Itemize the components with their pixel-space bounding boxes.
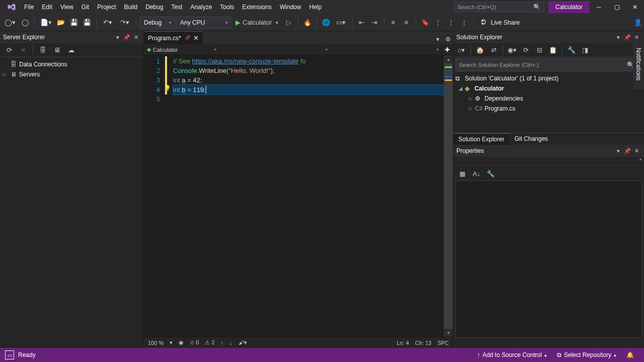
code-area[interactable]: // See https://aka.ms/new-console-templa…: [173, 55, 444, 337]
config-dropdown[interactable]: Debug: [139, 17, 175, 29]
menu-tools[interactable]: Tools: [216, 1, 238, 13]
solution-node[interactable]: ⧉ Solution 'Calculator' (1 of 1 project): [453, 73, 644, 83]
nav-member-dropdown[interactable]: [331, 44, 442, 55]
account-button[interactable]: 👤: [632, 17, 644, 29]
sol-sync-button[interactable]: ⟳: [520, 44, 532, 56]
bookmark-button[interactable]: 🔖: [419, 17, 431, 29]
panel-pin-button[interactable]: 📌: [623, 148, 632, 154]
browser-link-button[interactable]: 🌐: [320, 17, 332, 29]
alphabetical-button[interactable]: A↓: [470, 167, 482, 179]
refresh-button[interactable]: ⟳: [3, 44, 15, 56]
window-close-button[interactable]: ✕: [626, 0, 644, 14]
pin-icon[interactable]: 📌: [184, 35, 190, 41]
hot-reload-button[interactable]: 🔥: [301, 17, 313, 29]
layout-button[interactable]: ▭▾: [333, 17, 349, 29]
tab-dropdown-button[interactable]: ▾: [433, 34, 443, 44]
menu-build[interactable]: Build: [120, 1, 142, 13]
window-maximize-button[interactable]: ▢: [608, 0, 626, 14]
tab-git-changes[interactable]: Git Changes: [509, 133, 553, 145]
close-tab-button[interactable]: ✕: [193, 34, 199, 42]
sol-pending-button[interactable]: ◉▾: [506, 44, 518, 56]
sol-views-button[interactable]: ⌂▾: [455, 44, 467, 56]
menu-extensions[interactable]: Extensions: [238, 1, 276, 13]
menu-window[interactable]: Window: [276, 1, 305, 13]
panel-pin-button[interactable]: 📌: [122, 34, 131, 41]
no-issues-icon[interactable]: ◉: [179, 339, 184, 346]
panel-dropdown-button[interactable]: ▾: [614, 148, 623, 154]
connect-azure-button[interactable]: ☁: [65, 44, 77, 56]
tab-settings-button[interactable]: ⚙: [443, 34, 453, 44]
comment-button[interactable]: ≡: [387, 17, 399, 29]
save-button[interactable]: 💾: [68, 17, 80, 29]
menu-help[interactable]: Help: [305, 1, 326, 13]
error-icon[interactable]: ⊘: [190, 339, 194, 345]
split-editor-button[interactable]: ✚: [442, 44, 453, 55]
properties-combo-dropdown[interactable]: ▾: [639, 157, 642, 165]
connect-db-button[interactable]: 🗄: [37, 44, 49, 56]
notifications-tab[interactable]: Notifications: [633, 39, 644, 89]
lightbulb-icon[interactable]: 💡: [164, 85, 171, 92]
sol-switch-button[interactable]: ⇄: [488, 44, 500, 56]
sol-preview-button[interactable]: ◨: [579, 44, 591, 56]
global-search-input[interactable]: Search (Ctrl+Q) 🔍: [454, 2, 544, 12]
menu-edit[interactable]: Edit: [38, 1, 56, 13]
nav-fwd-button[interactable]: ◯: [19, 17, 31, 29]
menu-file[interactable]: File: [20, 1, 38, 13]
open-file-button[interactable]: 📂: [55, 17, 67, 29]
panel-close-button[interactable]: ✕: [131, 34, 140, 41]
sol-show-all-button[interactable]: 📋: [547, 44, 559, 56]
select-repository-button[interactable]: ⧉ Select Repository ▴: [552, 351, 621, 358]
start-debug-button[interactable]: ▶ Calculator ▾: [232, 17, 282, 29]
zoom-level[interactable]: 100 %: [148, 340, 164, 346]
menu-debug[interactable]: Debug: [141, 1, 167, 13]
nav-back-button[interactable]: ◯▾: [2, 17, 18, 29]
menu-view[interactable]: View: [56, 1, 77, 13]
menu-git[interactable]: Git: [77, 1, 93, 13]
tab-solution-explorer[interactable]: Solution Explorer: [453, 133, 509, 145]
project-node[interactable]: ◢ ◆ Calculator: [453, 83, 644, 94]
tb-misc3[interactable]: ⋮: [458, 17, 470, 29]
start-without-debug-button[interactable]: ▷: [283, 17, 295, 29]
panel-pin-button[interactable]: 📌: [623, 34, 632, 41]
window-minimize-button[interactable]: ─: [590, 0, 608, 14]
sol-collapse-button[interactable]: ⊟: [533, 44, 545, 56]
stop-refresh-button[interactable]: ✕: [17, 44, 29, 56]
code-cleanup-button[interactable]: 🖌▾: [238, 339, 247, 346]
indent-mode[interactable]: SPC: [437, 340, 449, 346]
property-pages-button[interactable]: 🔧: [485, 167, 497, 179]
connect-server-button[interactable]: 🖥: [51, 44, 63, 56]
panel-dropdown-button[interactable]: ▾: [113, 34, 122, 41]
nav-project-dropdown[interactable]: ◆ Calculator: [144, 44, 219, 55]
prev-issue-button[interactable]: ↑: [221, 340, 224, 346]
tb-misc1[interactable]: ⋮: [432, 17, 444, 29]
sol-properties-button[interactable]: 🔧: [566, 44, 578, 56]
add-source-control-button[interactable]: ↑ Add to Source Control ▴: [472, 351, 552, 358]
menu-test[interactable]: Test: [168, 1, 187, 13]
save-all-button[interactable]: 💾: [81, 17, 93, 29]
file-tab-program-cs[interactable]: Program.cs* 📌 ✕: [144, 31, 203, 44]
new-item-button[interactable]: 📄▾: [38, 17, 54, 29]
live-share-button[interactable]: ⮊ Live Share: [477, 17, 525, 29]
output-window-icon[interactable]: ▭: [5, 350, 14, 359]
vertical-scrollbar[interactable]: ▴ ▾: [444, 55, 453, 337]
sol-home-button[interactable]: 🏠: [474, 44, 486, 56]
nav-type-dropdown[interactable]: [219, 44, 331, 55]
menu-analyze[interactable]: Analyze: [187, 1, 216, 13]
categorized-button[interactable]: ▦: [456, 167, 468, 179]
panel-dropdown-button[interactable]: ▾: [614, 34, 623, 41]
outdent-button[interactable]: ⇤: [356, 17, 368, 29]
platform-dropdown[interactable]: Any CPU: [176, 17, 231, 29]
tree-item-servers[interactable]: ▷ 🖥 Servers: [0, 69, 143, 79]
uncomment-button[interactable]: ≡: [400, 17, 413, 29]
solution-search-input[interactable]: Search Solution Explorer (Ctrl+;) 🔍 ▾: [455, 58, 642, 71]
warning-icon[interactable]: ⚠: [205, 339, 210, 345]
undo-button[interactable]: ↶▾: [100, 17, 116, 29]
panel-close-button[interactable]: ✕: [632, 148, 641, 154]
tree-item-data-connections[interactable]: 🗄 Data Connections: [0, 59, 143, 69]
next-issue-button[interactable]: ↓: [229, 340, 232, 346]
tb-misc2[interactable]: ⋮: [445, 17, 457, 29]
redo-button[interactable]: ↷▾: [117, 17, 133, 29]
notifications-button[interactable]: 🔔: [621, 351, 639, 358]
zoom-dropdown[interactable]: ▾: [170, 339, 173, 346]
menu-project[interactable]: Project: [93, 1, 120, 13]
